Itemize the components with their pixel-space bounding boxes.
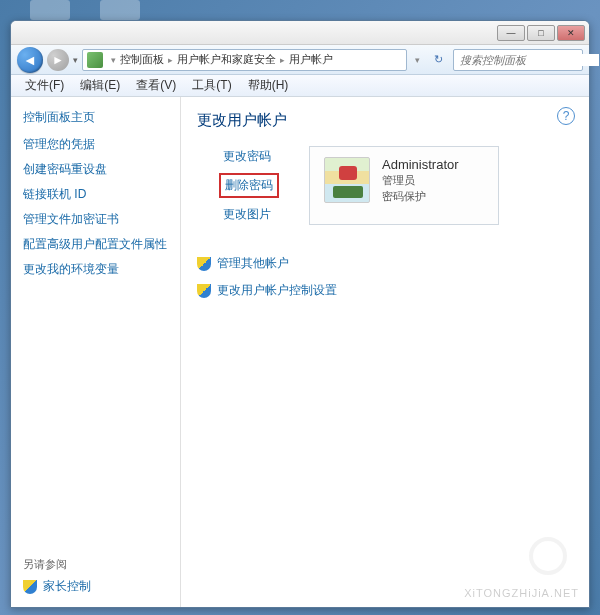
nav-history-dropdown[interactable]: ▾	[73, 55, 78, 65]
breadcrumb-item-user-accounts[interactable]: 用户帐户	[289, 52, 333, 67]
help-icon[interactable]: ?	[557, 107, 575, 125]
breadcrumb-sep: ▸	[280, 55, 285, 65]
account-name: Administrator	[382, 157, 459, 172]
breadcrumb-item-users-family[interactable]: 用户帐户和家庭安全	[177, 52, 276, 67]
menu-bar: 文件(F) 编辑(E) 查看(V) 工具(T) 帮助(H)	[11, 75, 589, 97]
shield-icon	[197, 284, 211, 298]
menu-file[interactable]: 文件(F)	[17, 75, 72, 96]
navigation-bar: ◄ ► ▾ ▾ 控制面板 ▸ 用户帐户和家庭安全 ▸ 用户帐户 ▾ ↻ 🔍	[11, 45, 589, 75]
content-area: 控制面板主页 管理您的凭据 创建密码重设盘 链接联机 ID 管理文件加密证书 配…	[11, 97, 589, 607]
refresh-button[interactable]: ↻	[428, 53, 449, 66]
close-button[interactable]: ✕	[557, 25, 585, 41]
breadcrumb-item-control-panel[interactable]: 控制面板	[120, 52, 164, 67]
action-change-picture[interactable]: 更改图片	[219, 204, 279, 225]
search-input[interactable]	[458, 54, 599, 66]
sidebar-link-online-id[interactable]: 链接联机 ID	[23, 186, 168, 203]
minimize-button[interactable]: —	[497, 25, 525, 41]
page-title: 更改用户帐户	[197, 111, 573, 130]
breadcrumb-sep: ▾	[111, 55, 116, 65]
watermark-text: XiTONGZHiJiA.NET	[464, 587, 579, 599]
avatar	[324, 157, 370, 203]
change-uac-label: 更改用户帐户控制设置	[217, 282, 337, 299]
maximize-button[interactable]: □	[527, 25, 555, 41]
menu-edit[interactable]: 编辑(E)	[72, 75, 128, 96]
account-role: 管理员	[382, 173, 459, 188]
desktop-icon	[30, 0, 70, 20]
menu-tools[interactable]: 工具(T)	[184, 75, 239, 96]
link-change-uac[interactable]: 更改用户帐户控制设置	[197, 282, 573, 299]
account-card: Administrator 管理员 密码保护	[309, 146, 499, 225]
sidebar-link-advanced-profile[interactable]: 配置高级用户配置文件属性	[23, 236, 168, 253]
search-box[interactable]: 🔍	[453, 49, 583, 71]
link-manage-other-accounts[interactable]: 管理其他帐户	[197, 255, 573, 272]
sidebar: 控制面板主页 管理您的凭据 创建密码重设盘 链接联机 ID 管理文件加密证书 配…	[11, 97, 181, 607]
sidebar-link-password-reset-disk[interactable]: 创建密码重设盘	[23, 161, 168, 178]
desktop-icon	[100, 0, 140, 20]
nav-back-button[interactable]: ◄	[17, 47, 43, 73]
sidebar-link-credentials[interactable]: 管理您的凭据	[23, 136, 168, 153]
breadcrumb-sep: ▸	[168, 55, 173, 65]
sidebar-link-parental-control[interactable]: 家长控制	[23, 578, 168, 595]
menu-view[interactable]: 查看(V)	[128, 75, 184, 96]
action-delete-password[interactable]: 删除密码	[219, 173, 279, 198]
account-info: Administrator 管理员 密码保护	[382, 157, 459, 204]
titlebar: — □ ✕	[11, 21, 589, 45]
breadcrumb-dropdown[interactable]: ▾	[415, 55, 420, 65]
shield-icon	[23, 580, 37, 594]
sidebar-links: 管理您的凭据 创建密码重设盘 链接联机 ID 管理文件加密证书 配置高级用户配置…	[23, 136, 168, 278]
shield-icon	[197, 257, 211, 271]
watermark-logo	[519, 537, 569, 577]
control-panel-icon	[87, 52, 103, 68]
manage-other-label: 管理其他帐户	[217, 255, 289, 272]
sidebar-link-env-vars[interactable]: 更改我的环境变量	[23, 261, 168, 278]
secondary-links: 管理其他帐户 更改用户帐户控制设置	[197, 255, 573, 299]
see-also-label: 另请参阅	[23, 557, 168, 572]
nav-forward-button[interactable]: ►	[47, 49, 69, 71]
menu-help[interactable]: 帮助(H)	[240, 75, 297, 96]
sidebar-link-encryption-certs[interactable]: 管理文件加密证书	[23, 211, 168, 228]
parental-control-label: 家长控制	[43, 578, 91, 595]
sidebar-home-link[interactable]: 控制面板主页	[23, 109, 168, 126]
action-links: 更改密码 删除密码 更改图片	[197, 146, 279, 225]
account-password-status: 密码保护	[382, 189, 459, 204]
control-panel-window: — □ ✕ ◄ ► ▾ ▾ 控制面板 ▸ 用户帐户和家庭安全 ▸ 用户帐户 ▾ …	[10, 20, 590, 608]
breadcrumb[interactable]: ▾ 控制面板 ▸ 用户帐户和家庭安全 ▸ 用户帐户	[82, 49, 407, 71]
action-change-password[interactable]: 更改密码	[219, 146, 279, 167]
main-panel: ? 更改用户帐户 更改密码 删除密码 更改图片 Administrator 管理…	[181, 97, 589, 607]
